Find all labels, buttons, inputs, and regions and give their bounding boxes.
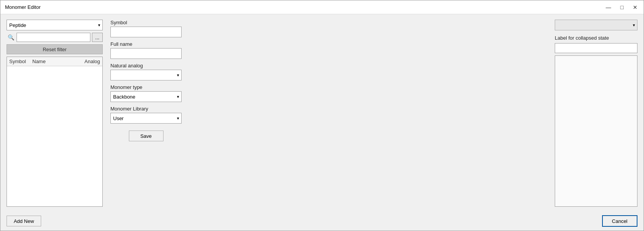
polymer-type-select[interactable]: Peptide RNA CHEM: [7, 20, 103, 30]
right-top-select-wrapper: [555, 20, 637, 30]
column-analog: Analog: [79, 59, 100, 64]
minimize-button[interactable]: —: [604, 4, 613, 11]
full-name-input[interactable]: [110, 48, 182, 59]
middle-panel: Symbol Full name Natural analog Monomer …: [110, 20, 195, 207]
add-new-button[interactable]: Add New: [7, 216, 41, 226]
right-top-select[interactable]: [555, 20, 637, 30]
polymer-type-wrapper: Peptide RNA CHEM: [7, 20, 103, 30]
main-content: Peptide RNA CHEM 🔍 ... Reset filter Symb…: [0, 14, 644, 212]
monomer-type-wrapper: Backbone Branch: [110, 91, 182, 102]
window-controls: — □ ✕: [604, 4, 639, 11]
column-symbol: Symbol: [9, 59, 32, 64]
monomer-library-select[interactable]: User System: [110, 113, 182, 124]
label-collapsed-text: Label for collapsed state: [555, 35, 637, 41]
label-collapsed-input[interactable]: [555, 43, 637, 53]
search-input[interactable]: [17, 33, 90, 42]
window-title: Monomer Editor: [5, 4, 40, 10]
right-panel: Label for collapsed state: [555, 20, 637, 207]
structure-area: [555, 55, 637, 207]
monomer-type-label: Monomer type: [110, 84, 195, 90]
search-icon: 🔍: [7, 33, 15, 42]
center-spacer: [203, 20, 547, 207]
natural-analog-wrapper: [110, 70, 182, 80]
symbol-input[interactable]: [110, 27, 182, 37]
full-name-label: Full name: [110, 41, 195, 47]
table-body: [7, 66, 102, 206]
left-panel: Peptide RNA CHEM 🔍 ... Reset filter Symb…: [7, 20, 103, 207]
natural-analog-group: Natural analog: [110, 63, 195, 80]
close-button[interactable]: ✕: [631, 4, 639, 11]
monomer-type-group: Monomer type Backbone Branch: [110, 84, 195, 102]
monomer-editor-window: Monomer Editor — □ ✕ Peptide RNA CHEM 🔍 …: [0, 0, 644, 231]
symbol-group: Symbol: [110, 20, 195, 37]
save-button[interactable]: Save: [129, 131, 164, 141]
bottom-row: Add New Cancel: [0, 212, 644, 231]
monomer-library-label: Monomer Library: [110, 106, 195, 112]
monomer-library-wrapper: User System: [110, 113, 182, 124]
column-name: Name: [32, 59, 79, 64]
save-row: Save: [110, 127, 182, 141]
monomer-type-select[interactable]: Backbone Branch: [110, 91, 182, 102]
search-row: 🔍 ...: [7, 33, 103, 42]
ellipsis-button[interactable]: ...: [92, 33, 103, 42]
title-bar: Monomer Editor — □ ✕: [0, 0, 644, 14]
full-name-group: Full name: [110, 41, 195, 59]
table-header: Symbol Name Analog: [7, 57, 102, 66]
cancel-button[interactable]: Cancel: [602, 215, 637, 227]
reset-filter-button[interactable]: Reset filter: [7, 44, 103, 54]
natural-analog-select[interactable]: [110, 70, 182, 80]
natural-analog-label: Natural analog: [110, 63, 195, 69]
monomer-library-group: Monomer Library User System: [110, 106, 195, 124]
monomer-table: Symbol Name Analog: [7, 57, 103, 207]
symbol-label: Symbol: [110, 20, 195, 25]
maximize-button[interactable]: □: [619, 4, 625, 11]
